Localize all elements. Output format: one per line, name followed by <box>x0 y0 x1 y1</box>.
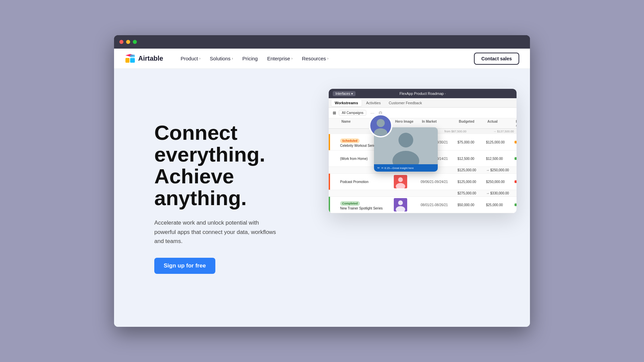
hero-section: Connect everything. Achieve anything. Ac… <box>114 69 530 327</box>
tab-workstreams[interactable]: Workstreams <box>331 100 362 106</box>
td-budgeted: $50,000.00 <box>458 203 486 207</box>
td-hero-image <box>394 175 421 188</box>
app-tab-bar: Workstreams Activities Customer Feedback <box>329 98 517 108</box>
tab-customer-feedback[interactable]: Customer Feedback <box>385 100 425 106</box>
th-actual: Actual <box>486 118 515 128</box>
hero-visual: ✏ ✏ 6:15—Great insight here Interfaces ▾… <box>295 82 503 313</box>
td-actual: $25,000.00 <box>486 203 515 207</box>
browser-window: Airtable Product › Solutions › Pricing E… <box>114 35 530 327</box>
svg-point-3 <box>377 119 385 127</box>
td-bar <box>515 157 517 160</box>
thumbnail-icon <box>394 175 407 188</box>
nav-product-label: Product <box>180 56 198 61</box>
td-budgeted: $75,000.00 <box>458 140 486 144</box>
progress-bar <box>515 203 517 206</box>
svg-rect-2 <box>130 55 135 57</box>
chevron-down-icon: › <box>291 57 292 60</box>
more-options-icon[interactable]: ··· <box>370 110 374 116</box>
svg-point-18 <box>398 200 403 205</box>
td-budgeted: $12,500.00 <box>458 157 486 161</box>
nav-item-solutions[interactable]: Solutions › <box>206 53 237 64</box>
status-badge: Scheduled <box>340 138 360 143</box>
td-date: 09/06/21-09/24/21 <box>421 180 458 184</box>
table-row: Completed New Trainer Spotlight Series <box>329 197 517 213</box>
avatar <box>369 114 392 137</box>
logo-text: Airtable <box>138 55 163 62</box>
td-name: Podcast Promotion <box>340 180 394 184</box>
chevron-down-icon: › <box>232 57 233 60</box>
signup-button[interactable]: Sign up for free <box>154 258 215 274</box>
nav-links: Product › Solutions › Pricing Enterprise… <box>176 53 474 64</box>
td-hero-image <box>394 198 421 212</box>
nav-pricing-label: Pricing <box>243 56 258 61</box>
maximize-button-icon[interactable] <box>133 40 137 44</box>
navbar: Airtable Product › Solutions › Pricing E… <box>114 49 530 69</box>
grid-icon: ⊞ <box>333 111 336 115</box>
chevron-down-icon: › <box>327 57 328 60</box>
logo-icon <box>125 53 136 64</box>
th-budgeted-vs-act: Budgeted vs. Act. <box>515 118 517 128</box>
td-bar <box>515 141 517 143</box>
hero-subtext: Accelerate work and unlock potential wit… <box>154 218 282 246</box>
page-content: Airtable Product › Solutions › Pricing E… <box>114 49 530 327</box>
th-checkbox <box>330 118 340 128</box>
nav-resources-label: Resources <box>302 56 326 61</box>
nav-item-pricing[interactable]: Pricing <box>238 53 262 64</box>
thumbnail-icon <box>394 198 407 212</box>
hero-text: Connect everything. Achieve anything. Ac… <box>154 122 295 274</box>
row-accent <box>329 174 330 190</box>
td-name: Completed New Trainer Spotlight Series <box>340 200 394 210</box>
nav-item-enterprise[interactable]: Enterprise › <box>263 53 297 64</box>
row-accent <box>329 197 330 213</box>
nav-solutions-label: Solutions <box>210 56 231 61</box>
app-title-bar: Interfaces ▾ FlexApp Product Roadmap · <box>329 89 517 98</box>
hero-heading: Connect everything. Achieve anything. <box>154 122 295 209</box>
minimize-button-icon[interactable] <box>126 40 130 44</box>
contact-sales-button[interactable]: Contact sales <box>474 53 519 65</box>
video-comment-bar: ✏ ✏ 6:15—Great insight here <box>374 164 438 172</box>
video-comment-icon: ✏ <box>377 166 380 170</box>
td-actual: $12,500.00 <box>486 157 515 161</box>
avatar-icon <box>371 116 391 136</box>
svg-rect-1 <box>130 58 135 63</box>
tab-activities[interactable]: Activities <box>363 100 384 106</box>
thumbnail-image <box>394 175 407 188</box>
th-budgeted: Budgeted <box>458 118 486 128</box>
logo[interactable]: Airtable <box>125 53 163 64</box>
interfaces-tab[interactable]: Interfaces ▾ <box>333 91 356 96</box>
chevron-down-icon: › <box>199 57 200 60</box>
td-budgeted: $125,000.00 <box>458 180 486 184</box>
browser-chrome <box>114 35 530 49</box>
th-in-market: In Market <box>421 118 458 128</box>
svg-point-15 <box>398 177 403 182</box>
progress-bar <box>515 180 517 183</box>
td-bar <box>515 180 517 183</box>
app-title: FlexApp Product Roadmap · <box>393 92 451 96</box>
table-row: $275,000.00 → $330,000.00 <box>329 190 517 197</box>
app-toolbar: ⊞ All Campaigns ··· ⚙ <box>329 108 517 118</box>
progress-bar <box>515 157 517 160</box>
nav-enterprise-label: Enterprise <box>267 56 290 61</box>
td-actual: $125,000.00 <box>486 140 515 144</box>
nav-item-resources[interactable]: Resources › <box>298 53 332 64</box>
progress-bar <box>515 141 517 143</box>
td-bar: 50% <box>515 203 517 206</box>
td-date: 08/01/21-08/26/21 <box>421 203 458 207</box>
row-accent <box>329 134 330 150</box>
thumbnail-image <box>394 198 407 212</box>
close-button-icon[interactable] <box>119 40 123 44</box>
th-hero-image: Hero Image <box>394 118 421 128</box>
td-actual: $250,000.00 <box>486 180 515 184</box>
svg-point-4 <box>374 128 387 136</box>
status-badge: Completed <box>340 201 360 206</box>
video-comment-text: ✏ 6:15—Great insight here <box>381 167 414 170</box>
table-row: Podcast Promotion <box>329 174 517 190</box>
campaigns-filter-button[interactable]: All Campaigns <box>339 110 366 116</box>
svg-point-6 <box>398 133 413 147</box>
nav-item-product[interactable]: Product › <box>176 53 204 64</box>
svg-rect-0 <box>125 58 129 63</box>
